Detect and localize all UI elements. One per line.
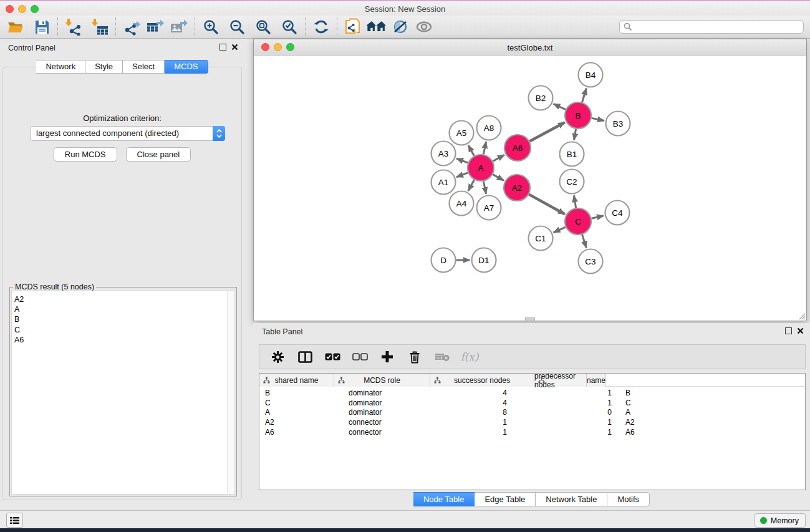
table-column-header[interactable]: shared name xyxy=(259,374,334,387)
cell-successor-nodes[interactable]: 1 xyxy=(420,428,516,437)
float-table-panel-icon[interactable] xyxy=(785,327,792,334)
graph-edge-A-A5[interactable] xyxy=(468,145,474,156)
close-panel-button[interactable]: Close panel xyxy=(126,147,191,162)
export-table-icon[interactable] xyxy=(145,17,165,36)
graph-edge-C-C3[interactable] xyxy=(582,235,587,248)
network-window-titlebar[interactable]: testGlobe.txt xyxy=(254,39,806,56)
control-panel-tab[interactable]: Style xyxy=(85,60,123,74)
table-row[interactable]: B dominator 4 1 B xyxy=(259,388,805,398)
cell-successor-nodes[interactable]: 4 xyxy=(420,389,516,397)
close-table-panel-icon[interactable] xyxy=(797,327,804,334)
close-panel-icon[interactable] xyxy=(231,44,238,51)
table-row[interactable]: A6 connector 1 1 A6 xyxy=(259,427,805,437)
cell-successor-nodes[interactable]: 4 xyxy=(420,399,516,407)
show-graphics-details-icon[interactable] xyxy=(414,17,434,36)
open-session-homes-icon[interactable] xyxy=(367,17,387,36)
cell-predecessor-nodes[interactable]: 1 xyxy=(516,418,620,427)
control-panel-tab[interactable]: Network xyxy=(36,60,85,74)
graph-edge-A-A2[interactable] xyxy=(493,175,504,181)
graph-edge-C-C1[interactable] xyxy=(554,227,566,233)
criterion-dropdown[interactable]: largest connected component (directed) xyxy=(30,126,225,141)
control-panel-tab[interactable]: MCDS xyxy=(165,60,208,74)
refresh-icon[interactable] xyxy=(311,17,331,36)
graph-edge-A-A6[interactable] xyxy=(493,155,504,161)
hide-graphics-details-icon[interactable] xyxy=(390,17,410,36)
split-handle-horizontal[interactable] xyxy=(525,317,535,321)
cell-name[interactable]: A2 xyxy=(620,418,672,427)
memory-button[interactable]: Memory xyxy=(755,513,806,528)
graph-edge-B-B3[interactable] xyxy=(592,118,604,120)
table-column-header[interactable]: successor nodes xyxy=(430,374,534,387)
task-history-list-icon[interactable] xyxy=(6,513,23,528)
table-panel-tab[interactable]: Node Table xyxy=(413,492,475,506)
graph-edge-C-C4[interactable] xyxy=(591,216,604,218)
network-canvas[interactable]: B4B2BB3A8A5A6A3B1AA1C2A2A4A7C4CC1C3DD1 xyxy=(254,56,806,321)
zoom-out-icon[interactable] xyxy=(227,17,247,36)
graph-edge-A2-C[interactable] xyxy=(529,195,565,215)
cell-predecessor-nodes[interactable]: 1 xyxy=(516,399,620,407)
mcds-result-item[interactable]: A xyxy=(12,304,234,314)
resize-grip-icon[interactable] xyxy=(797,311,806,320)
zoom-fit-icon[interactable] xyxy=(253,17,273,36)
save-session-icon[interactable] xyxy=(32,17,52,36)
graph-edge-A-A4[interactable] xyxy=(468,180,475,191)
cell-predecessor-nodes[interactable]: 0 xyxy=(516,408,620,417)
cell-predecessor-nodes[interactable]: 1 xyxy=(516,389,620,397)
cell-name[interactable]: B xyxy=(620,389,672,397)
table-column-header[interactable]: MCDS role xyxy=(334,374,430,387)
import-network-icon[interactable] xyxy=(64,17,84,36)
graph-edge-B-B1[interactable] xyxy=(574,129,576,140)
table-panel-tab[interactable]: Motifs xyxy=(607,492,650,506)
result-scrollbar[interactable] xyxy=(227,291,234,494)
graph-edge-A-A8[interactable] xyxy=(483,142,486,154)
delete-table-icon[interactable] xyxy=(432,347,453,367)
table-column-header[interactable]: predecessor nodes xyxy=(534,374,587,387)
network-graph[interactable]: B4B2BB3A8A5A6A3B1AA1C2A2A4A7C4CC1C3DD1 xyxy=(254,56,806,321)
network-from-document-icon[interactable] xyxy=(343,17,363,36)
graph-edge-A6-B[interactable] xyxy=(529,122,564,141)
cell-predecessor-nodes[interactable]: 1 xyxy=(516,428,620,437)
cell-mcds-role[interactable]: connector xyxy=(345,418,420,427)
graph-edge-A-A7[interactable] xyxy=(483,181,486,194)
delete-column-trash-icon[interactable] xyxy=(404,347,425,367)
select-all-rows-icon[interactable] xyxy=(322,347,343,367)
cell-shared-name[interactable]: A xyxy=(259,408,345,417)
cell-name[interactable]: C xyxy=(620,399,672,407)
control-panel-tab[interactable]: Select xyxy=(123,60,165,74)
deselect-all-rows-icon[interactable] xyxy=(349,347,370,367)
cell-shared-name[interactable]: B xyxy=(259,389,345,397)
mcds-result-item[interactable]: A6 xyxy=(12,335,234,345)
mcds-result-list[interactable]: A2ABCA6 xyxy=(11,291,235,495)
mcds-result-item[interactable]: B xyxy=(12,314,234,324)
search-input[interactable] xyxy=(619,20,804,34)
cell-shared-name[interactable]: A6 xyxy=(259,428,345,437)
table-panel-tab[interactable]: Edge Table xyxy=(475,492,536,506)
export-image-icon[interactable] xyxy=(169,17,189,36)
table-panel-tab[interactable]: Network Table xyxy=(536,492,607,506)
cell-mcds-role[interactable]: connector xyxy=(345,428,420,437)
cell-shared-name[interactable]: A2 xyxy=(259,418,345,427)
add-column-icon[interactable] xyxy=(377,347,398,367)
cell-name[interactable]: A6 xyxy=(620,428,672,437)
cell-mcds-role[interactable]: dominator xyxy=(345,389,420,397)
export-network-icon[interactable] xyxy=(122,17,142,36)
table-column-header[interactable]: name xyxy=(587,374,606,387)
mcds-result-item[interactable]: C xyxy=(12,325,234,335)
zoom-in-icon[interactable] xyxy=(201,17,221,36)
graph-edge-A-A1[interactable] xyxy=(456,173,468,177)
table-row[interactable]: A2 connector 1 1 A2 xyxy=(259,417,805,427)
table-settings-gear-icon[interactable] xyxy=(267,347,288,367)
split-divider-vertical[interactable] xyxy=(244,39,253,510)
graph-edge-C-C2[interactable] xyxy=(574,195,576,208)
function-builder-icon[interactable]: f(x) xyxy=(459,347,480,367)
cell-mcds-role[interactable]: dominator xyxy=(345,399,420,407)
cell-shared-name[interactable]: C xyxy=(259,399,345,407)
cell-successor-nodes[interactable]: 8 xyxy=(420,408,516,417)
cell-successor-nodes[interactable]: 1 xyxy=(420,418,516,427)
graph-edge-B-B4[interactable] xyxy=(582,89,586,102)
mcds-result-item[interactable]: A2 xyxy=(12,294,234,304)
float-panel-icon[interactable] xyxy=(219,44,226,51)
run-mcds-button[interactable]: Run MCDS xyxy=(54,147,117,162)
table-row[interactable]: A dominator 8 0 A xyxy=(259,408,805,418)
table-row[interactable]: C dominator 4 1 C xyxy=(259,398,805,408)
